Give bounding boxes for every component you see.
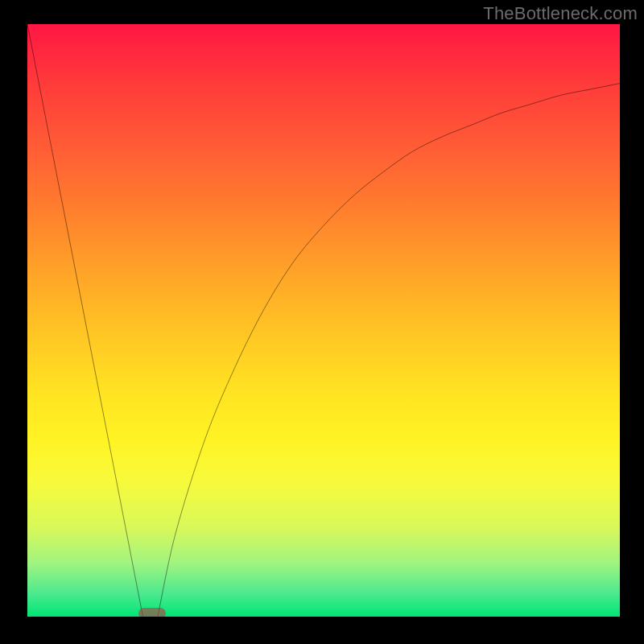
right-curve-line [158, 84, 620, 617]
left-slope-line [27, 24, 143, 617]
plot-area [27, 24, 620, 617]
curve-svg [27, 24, 620, 617]
chart-container: TheBottleneck.com [0, 0, 644, 644]
optimum-marker [138, 608, 166, 617]
watermark-text: TheBottleneck.com [483, 3, 638, 24]
